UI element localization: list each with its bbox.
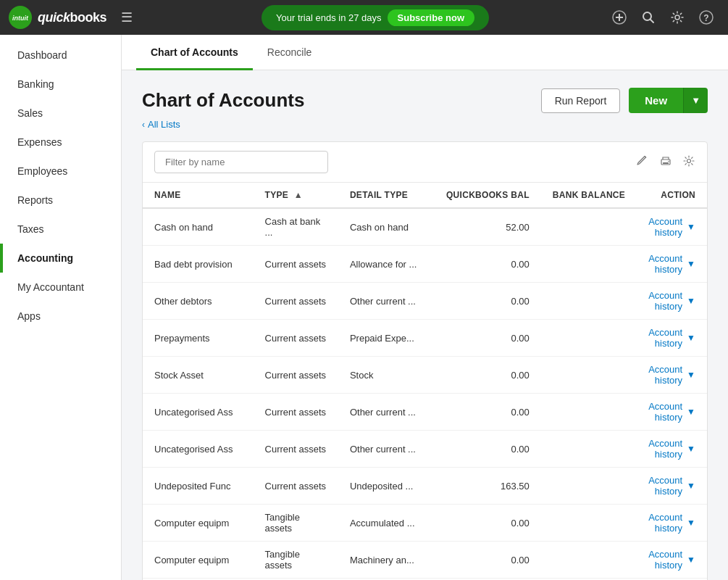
- add-icon-button[interactable]: [606, 4, 632, 30]
- breadcrumb-label: All Lists: [148, 119, 180, 130]
- cell-bank-balance-8: [541, 505, 637, 542]
- cell-bank-balance-0: [541, 208, 637, 246]
- settings-table-icon[interactable]: [682, 154, 695, 170]
- cell-name-0: Cash on hand: [143, 208, 254, 246]
- table-row: Prepayments Current assets Prepaid Expe.…: [143, 320, 707, 357]
- sidebar: Dashboard Banking Sales Expenses Employe…: [0, 35, 122, 580]
- svg-rect-11: [663, 162, 669, 164]
- accounts-table-container: NAME TYPE ▲ DETAIL TYPE QUICKBOOKS BAL: [142, 141, 708, 580]
- account-history-dropdown-6[interactable]: ▼: [687, 444, 695, 454]
- col-header-detail-type[interactable]: DETAIL TYPE: [338, 183, 435, 208]
- table-row: Computer equipm Tangible assets Accumula…: [143, 505, 707, 542]
- account-history-dropdown-7[interactable]: ▼: [687, 481, 695, 491]
- cell-qb-balance-8: 0.00: [435, 505, 541, 542]
- breadcrumb-chevron-icon: ‹: [142, 120, 145, 130]
- cell-type-9: Tangible assets: [254, 542, 338, 579]
- sidebar-item-sales[interactable]: Sales: [0, 99, 121, 128]
- cell-name-7: Undeposited Func: [143, 468, 254, 505]
- search-icon-button[interactable]: [635, 4, 661, 30]
- account-history-link-5[interactable]: Account history: [648, 401, 682, 423]
- cell-bank-balance-4: [541, 357, 637, 394]
- sidebar-item-employees[interactable]: Employees: [0, 157, 121, 186]
- table-row: Uncategorised Ass Current assets Other c…: [143, 431, 707, 468]
- table-row: Uncategorised Ass Current assets Other c…: [143, 394, 707, 431]
- intuit-logo-icon: intuit: [9, 6, 32, 29]
- account-history-dropdown-1[interactable]: ▼: [687, 259, 695, 269]
- hamburger-menu-button[interactable]: ☰: [115, 4, 138, 31]
- account-history-link-7[interactable]: Account history: [648, 475, 682, 497]
- sidebar-item-expenses[interactable]: Expenses: [0, 128, 121, 157]
- svg-point-12: [668, 160, 669, 162]
- col-header-name[interactable]: NAME: [143, 183, 254, 208]
- col-header-type[interactable]: TYPE ▲: [254, 183, 338, 208]
- edit-icon[interactable]: [636, 154, 649, 170]
- nav-icons-group: ?: [606, 4, 719, 30]
- page-header: Chart of Accounts Run Report New ▼: [142, 88, 708, 113]
- col-header-qb-balance[interactable]: QUICKBOOKS BAL: [435, 183, 541, 208]
- tab-chart-of-accounts[interactable]: Chart of Accounts: [136, 35, 253, 70]
- cell-name-6: Uncategorised Ass: [143, 431, 254, 468]
- cell-detail-type-5: Other current ...: [338, 394, 435, 431]
- account-history-dropdown-8[interactable]: ▼: [687, 518, 695, 528]
- account-history-dropdown-3[interactable]: ▼: [687, 333, 695, 343]
- cell-action-4: Account history ▼: [637, 357, 707, 394]
- cell-type-6: Current assets: [254, 431, 338, 468]
- app-body: Dashboard Banking Sales Expenses Employe…: [0, 35, 728, 580]
- new-button-dropdown[interactable]: ▼: [683, 88, 708, 113]
- subscribe-button[interactable]: Subscribe now: [388, 9, 474, 26]
- sidebar-item-banking[interactable]: Banking: [0, 70, 121, 99]
- help-icon-button[interactable]: ?: [693, 4, 719, 30]
- cell-bank-balance-5: [541, 394, 637, 431]
- sidebar-item-my-accountant[interactable]: My Accountant: [0, 273, 121, 302]
- account-history-link-1[interactable]: Account history: [648, 253, 682, 275]
- sidebar-item-apps[interactable]: Apps: [0, 302, 121, 331]
- new-button-group: New ▼: [629, 88, 708, 113]
- header-actions: Run Report New ▼: [541, 88, 708, 113]
- accounts-table: NAME TYPE ▲ DETAIL TYPE QUICKBOOKS BAL: [143, 183, 707, 580]
- sidebar-item-reports[interactable]: Reports: [0, 186, 121, 215]
- cell-qb-balance-7: 163.50: [435, 468, 541, 505]
- filter-input[interactable]: [154, 151, 328, 173]
- table-toolbar: [143, 142, 707, 183]
- cell-bank-balance-7: [541, 468, 637, 505]
- svg-point-7: [675, 15, 679, 20]
- account-history-dropdown-9[interactable]: ▼: [687, 555, 695, 565]
- cell-detail-type-7: Undeposited ...: [338, 468, 435, 505]
- run-report-button[interactable]: Run Report: [541, 88, 621, 113]
- account-history-dropdown-2[interactable]: ▼: [687, 296, 695, 306]
- col-header-bank-balance[interactable]: BANK BALANCE: [541, 183, 637, 208]
- account-history-link-3[interactable]: Account history: [648, 327, 682, 349]
- svg-text:intuit: intuit: [12, 14, 28, 22]
- account-history-link-9[interactable]: Account history: [648, 549, 682, 571]
- new-button[interactable]: New: [629, 88, 683, 113]
- table-row: Undeposited Func Current assets Undeposi…: [143, 468, 707, 505]
- cell-qb-balance-4: 0.00: [435, 357, 541, 394]
- cell-type-1: Current assets: [254, 246, 338, 283]
- account-history-link-4[interactable]: Account history: [648, 364, 682, 386]
- account-history-dropdown-0[interactable]: ▼: [687, 222, 695, 232]
- cell-qb-balance-1: 0.00: [435, 246, 541, 283]
- account-history-dropdown-5[interactable]: ▼: [687, 407, 695, 417]
- tab-reconcile[interactable]: Reconcile: [253, 35, 326, 70]
- sidebar-item-accounting[interactable]: Accounting: [0, 244, 121, 273]
- svg-text:?: ?: [703, 13, 708, 23]
- account-history-link-8[interactable]: Account history: [648, 512, 682, 534]
- cell-bank-balance-6: [541, 431, 637, 468]
- tab-bar: Chart of Accounts Reconcile: [122, 35, 728, 70]
- account-history-link-0[interactable]: Account history: [648, 216, 682, 238]
- sidebar-item-dashboard[interactable]: Dashboard: [0, 41, 121, 70]
- print-icon[interactable]: [659, 154, 672, 170]
- sidebar-item-taxes[interactable]: Taxes: [0, 215, 121, 244]
- settings-icon-button[interactable]: [664, 4, 690, 30]
- cell-type-0: Cash at bank ...: [254, 208, 338, 246]
- cell-name-8: Computer equipm: [143, 505, 254, 542]
- svg-point-13: [687, 159, 691, 162]
- account-history-link-2[interactable]: Account history: [648, 290, 682, 312]
- cell-action-7: Account history ▼: [637, 468, 707, 505]
- account-history-link-6[interactable]: Account history: [648, 438, 682, 460]
- account-history-dropdown-4[interactable]: ▼: [687, 370, 695, 380]
- cell-type-5: Current assets: [254, 394, 338, 431]
- breadcrumb[interactable]: ‹ All Lists: [142, 119, 708, 130]
- table-row: Other debtors Current assets Other curre…: [143, 283, 707, 320]
- cell-qb-balance-3: 0.00: [435, 320, 541, 357]
